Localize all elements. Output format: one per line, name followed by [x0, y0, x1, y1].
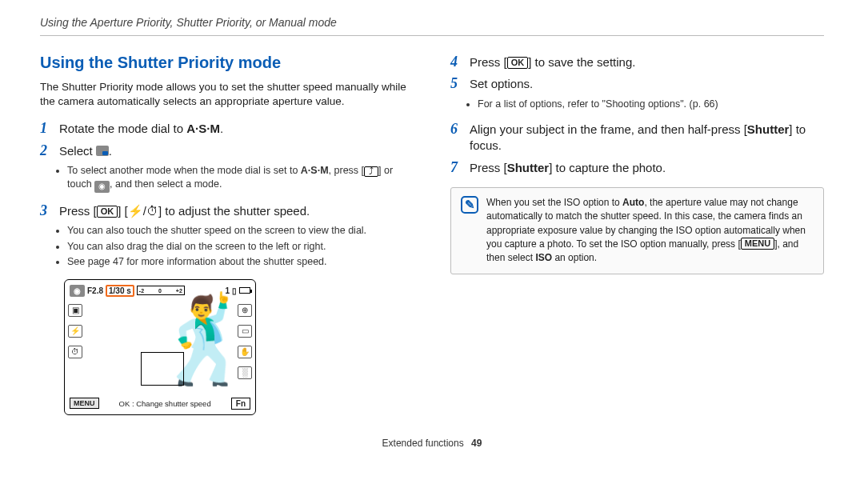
focus-frame	[141, 352, 184, 386]
exposure-meter: -20+2	[137, 286, 185, 295]
step-2-text-post: .	[109, 144, 112, 158]
shutter-priority-mode-icon	[96, 146, 109, 156]
drive-mode-icon: ▣	[68, 304, 82, 317]
step-1-text-post: .	[220, 122, 223, 135]
sd-card-icon: ▯	[232, 286, 237, 295]
step-3-sub-a: You can also touch the shutter speed on …	[67, 224, 414, 238]
step-2-sub-a-end: , and then select a mode.	[110, 178, 222, 190]
step-number: 7	[450, 159, 462, 176]
info-icon: ✎	[461, 196, 478, 214]
page-footer: Extended functions 49	[40, 438, 824, 449]
menu-button-label: MENU	[741, 238, 774, 250]
step-7: 7 Press [Shutter] to capture the photo.	[450, 159, 824, 176]
right-column: 4 Press [OK] to save the setting. 5 Set …	[450, 54, 824, 415]
flash-mode-icon: ⚡	[68, 325, 82, 338]
timer-off-icon: ⏱	[68, 346, 82, 358]
ois-icon: ✋	[238, 346, 252, 358]
size-icon: ▭	[238, 325, 252, 338]
step-6: 6 Align your subject in the frame, and t…	[450, 121, 824, 154]
step-2-text-pre: Select	[59, 144, 96, 158]
camera-lcd-screenshot: 🕺 ◉ F2.8 1/30 s -20+2 1 ▯ ▣	[64, 279, 256, 415]
lcd-left-icons: ▣ ⚡ ⏱	[68, 304, 82, 358]
note-pre: When you set the ISO option to	[486, 197, 622, 208]
step-7-text-pre: Press [	[470, 161, 507, 174]
info-note-body: When you set the ISO option to Auto, the…	[486, 196, 814, 266]
step-number: 4	[450, 54, 462, 70]
step-2-sub-a-mid: , press [	[329, 165, 364, 176]
intro-paragraph: The Shutter Priority mode allows you to …	[40, 80, 414, 109]
step-3-sub-b: You can also drag the dial on the screen…	[67, 240, 414, 254]
back-icon: ⤴	[364, 166, 378, 177]
camera-touch-icon: ◉	[94, 181, 110, 193]
step-number: 2	[40, 142, 51, 159]
step-2-sublist: To select another mode when the mode dia…	[67, 164, 414, 193]
step-3-sub-c: See page 47 for more information about t…	[67, 255, 414, 270]
note-end: an option.	[552, 252, 597, 263]
step-3-text-post: ] to adjust the shutter speed.	[158, 204, 310, 218]
step-7-text-post: ] to capture the photo.	[549, 161, 666, 174]
step-number: 1	[40, 120, 51, 137]
shot-count: 1	[225, 286, 230, 295]
lcd-right-icons: ⊕ ▭ ✋ ░	[238, 304, 252, 379]
note-auto-label: Auto	[622, 197, 644, 208]
mode-indicator-icon: ◉	[70, 285, 85, 297]
shutter-button-label: Shutter	[507, 161, 550, 174]
quality-icon: ░	[238, 366, 252, 379]
footer-section: Extended functions	[382, 438, 464, 449]
step-3-text-pre: Press [	[59, 204, 97, 218]
step-4-text-pre: Press [	[470, 55, 507, 69]
step-number: 3	[40, 202, 51, 219]
step-5-text: Set options.	[470, 76, 533, 92]
step-3-text-mid: ] [	[118, 204, 128, 218]
af-mode-icon: ⊕	[238, 304, 252, 317]
step-number: 6	[450, 121, 462, 138]
step-1: 1 Rotate the mode dial to A·S·M.	[40, 120, 414, 137]
step-4-text-post: ] to save the setting.	[528, 55, 635, 69]
step-2: 2 Select .	[40, 142, 414, 159]
step-3-sublist: You can also touch the shutter speed on …	[67, 224, 414, 270]
shutter-readout-highlighted: 1/30 s	[106, 285, 134, 297]
lcd-caption: OK : Change shutter speed	[102, 399, 228, 408]
flash-icon: ⚡	[128, 204, 143, 218]
running-head: Using the Aperture Priority, Shutter Pri…	[40, 16, 824, 36]
step-5-sub-a: For a list of options, refer to "Shootin…	[478, 98, 824, 112]
iso-label: ISO	[535, 252, 552, 263]
lcd-fn-label: Fn	[231, 398, 250, 410]
footer-page-number: 49	[471, 438, 482, 449]
left-column: Using the Shutter Priority mode The Shut…	[40, 54, 414, 415]
step-1-text-pre: Rotate the mode dial to	[59, 122, 186, 135]
timer-icon: ⏱	[146, 204, 158, 218]
step-6-text-pre: Align your subject in the frame, and the…	[470, 122, 747, 136]
mode-dial-label-inline: A·S·M	[301, 165, 329, 176]
lcd-menu-label: MENU	[70, 398, 99, 409]
step-2-sub-a-pre: To select another mode when the mode dia…	[67, 165, 301, 176]
section-heading: Using the Shutter Priority mode	[40, 54, 414, 72]
step-3: 3 Press [OK] [⚡/⏱] to adjust the shutter…	[40, 202, 414, 219]
aperture-readout: F2.8	[87, 286, 103, 295]
info-note: ✎ When you set the ISO option to Auto, t…	[450, 187, 824, 274]
ok-button-label: OK	[97, 206, 118, 218]
step-5-sublist: For a list of options, refer to "Shootin…	[478, 98, 824, 112]
step-number: 5	[450, 75, 462, 92]
step-4: 4 Press [OK] to save the setting.	[450, 54, 824, 70]
mode-dial-label: A·S·M	[186, 122, 220, 135]
battery-icon	[239, 287, 250, 294]
shutter-button-label: Shutter	[747, 122, 790, 136]
ok-button-label: OK	[507, 57, 529, 69]
step-5: 5 Set options.	[450, 75, 824, 92]
